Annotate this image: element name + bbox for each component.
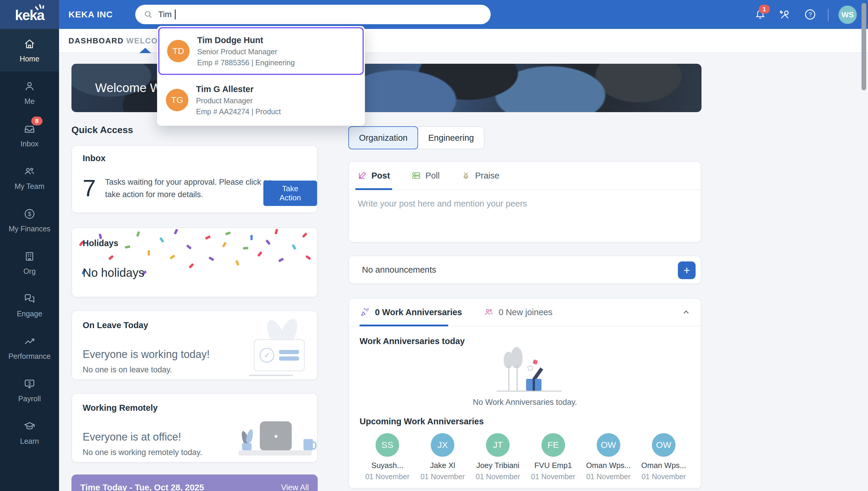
sidebar-item-me[interactable]: Me <box>0 71 59 114</box>
company-name: KEKA INC <box>68 0 113 29</box>
anniversary-person[interactable]: SS Suyash... 01 November <box>361 433 414 481</box>
scope-tab-engineering[interactable]: Engineering <box>417 126 484 149</box>
take-action-button[interactable]: Take Action <box>263 181 317 206</box>
anniversaries-today-heading: Work Anniversaries today <box>360 337 465 346</box>
on-leave-subtext: No one is on leave today. <box>83 365 172 374</box>
anniversary-person[interactable]: JX Jake Xl 01 November <box>416 433 469 481</box>
sidebar-item-my-finances[interactable]: $ My Finances <box>0 199 59 241</box>
no-holidays-text: No holidays <box>83 266 144 280</box>
time-today-bar: Time Today - Tue, Oct 28, 2025 View All <box>72 474 318 491</box>
tab-dashboard[interactable]: DASHBOARD <box>68 29 124 53</box>
time-today-title: Time Today - Tue, Oct 28, 2025 <box>80 483 204 491</box>
time-today-view-all[interactable]: View All <box>281 483 309 491</box>
anniversaries-header: 0 Work Anniversaries 0 New joinees <box>349 299 701 326</box>
search-input[interactable]: Tim <box>135 5 491 24</box>
user-avatar[interactable]: WS <box>838 6 857 24</box>
tab-work-anniversaries[interactable]: 0 Work Anniversaries <box>360 307 462 318</box>
pending-task-count: 7 <box>83 176 96 200</box>
composer-tab-post[interactable]: Post <box>357 171 390 181</box>
inbox-icon: 8 <box>23 122 36 136</box>
dollar-circle-icon: $ <box>23 207 36 221</box>
holidays-card-title: Holidays <box>83 238 118 248</box>
announcements-empty-text: No announcements <box>362 265 437 275</box>
on-leave-headline: Everyone is working today! <box>83 348 209 360</box>
active-tab-indicator <box>139 48 151 53</box>
sidebar-item-inbox[interactable]: 8 Inbox <box>0 114 59 156</box>
anniversary-person[interactable]: OW Oman Wps... 01 November <box>637 433 690 481</box>
sidebar-item-payroll[interactable]: $ Payroll <box>0 369 59 411</box>
party-popper-icon <box>360 307 370 318</box>
new-joinees-icon <box>483 307 494 318</box>
notifications-button[interactable] <box>754 0 766 29</box>
composer-placeholder[interactable]: Write your post here and mention your pe… <box>358 199 527 209</box>
notification-badge: 1 <box>759 5 770 13</box>
result-meta: Emp # 7885356 | Engineering <box>197 58 295 67</box>
composer-active-underline <box>356 188 392 190</box>
avatar: TD <box>167 40 190 62</box>
inbox-card-message: Tasks waiting for your approval. Please … <box>105 176 272 201</box>
search-icon <box>143 10 153 19</box>
search-query-text: Tim <box>158 10 172 19</box>
anniversaries-card: 0 Work Anniversaries 0 New joinees Work … <box>348 298 701 489</box>
help-button[interactable]: ? <box>804 0 817 29</box>
keka-logo[interactable]: keka <box>0 0 59 29</box>
avatar: SS <box>375 433 399 457</box>
sidebar-item-learn[interactable]: Learn <box>0 411 59 454</box>
person-icon <box>23 80 36 93</box>
praise-medal-icon <box>461 171 471 181</box>
upcoming-anniversaries-list: SS Suyash... 01 November JX Jake Xl 01 N… <box>361 433 690 481</box>
keka-dashboard: keka KEKA INC Tim 1 <box>0 0 868 491</box>
scope-tab-organization[interactable]: Organization <box>348 126 418 149</box>
tab-new-joinees[interactable]: 0 New joinees <box>483 307 552 318</box>
sidebar-item-org[interactable]: Org <box>0 241 59 284</box>
sidebar: Home Me 8 Inbox <box>0 29 59 491</box>
tools-icon <box>778 8 791 21</box>
holidays-card: Holidays No holidays <box>72 227 318 297</box>
inbox-card-title: Inbox <box>83 153 105 163</box>
announcements-card: No announcements + <box>348 256 701 284</box>
avatar: OW <box>597 433 620 457</box>
avatar: JX <box>431 433 454 457</box>
result-title: Product Manager <box>196 96 281 105</box>
topbar-divider <box>828 9 829 21</box>
settings-tools-button[interactable] <box>778 0 791 29</box>
composer-tab-poll[interactable]: Poll <box>411 171 440 181</box>
scrollbar-thumb[interactable] <box>862 3 866 90</box>
sidebar-item-performance[interactable]: Performance <box>0 326 59 369</box>
upcoming-anniversaries-heading: Upcoming Work Anniversaries <box>360 417 484 426</box>
avatar: TG <box>166 89 188 111</box>
on-leave-card-title: On Leave Today <box>83 320 148 330</box>
sidebar-item-home[interactable]: Home <box>0 29 59 71</box>
result-name: Tim Dodge Hunt <box>197 35 295 45</box>
composer-tab-praise[interactable]: Praise <box>461 171 499 181</box>
logo-spark-icon <box>35 4 45 11</box>
anniversary-person[interactable]: FE FVU Emp1 01 November <box>527 433 580 481</box>
anniversaries-empty-text: No Work Anniversaries today. <box>349 398 701 407</box>
result-name: Tim G Allester <box>196 84 281 94</box>
remote-subtext: No one is working remotely today. <box>83 448 202 457</box>
search-results-dropdown: TD Tim Dodge Hunt Senior Product Manager… <box>157 26 365 126</box>
remote-headline: Everyone is at office! <box>83 431 181 443</box>
quick-access-heading: Quick Access <box>72 124 133 136</box>
search-result-item[interactable]: TD Tim Dodge Hunt Senior Product Manager… <box>158 27 364 75</box>
welcome-banner-title: Welcome W <box>95 81 162 95</box>
anniversary-person[interactable]: OW Oman Wps... 01 November <box>582 433 635 481</box>
anniversary-person[interactable]: JT Joey Tribiani 01 November <box>471 433 524 481</box>
sidebar-item-my-team[interactable]: My Team <box>0 156 59 199</box>
avatar: OW <box>652 433 675 457</box>
result-title: Senior Product Manager <box>197 48 295 56</box>
sidebar-item-engage[interactable]: Engage <box>0 284 59 326</box>
poll-icon <box>411 171 421 181</box>
search-result-item[interactable]: TG Tim G Allester Product Manager Emp # … <box>158 76 364 124</box>
home-icon <box>23 37 36 51</box>
working-remotely-card: Working Remotely Everyone is at office! … <box>72 393 318 463</box>
svg-text:$: $ <box>28 211 31 217</box>
svg-text:?: ? <box>808 11 812 18</box>
anniversaries-active-underline <box>360 324 448 326</box>
collapse-chevron-icon[interactable] <box>681 307 692 320</box>
svg-text:$: $ <box>28 380 31 386</box>
add-announcement-button[interactable]: + <box>678 261 696 279</box>
composer-tabs: Post Poll Praise <box>349 162 701 190</box>
avatar: FE <box>541 433 565 457</box>
help-icon: ? <box>804 8 817 21</box>
